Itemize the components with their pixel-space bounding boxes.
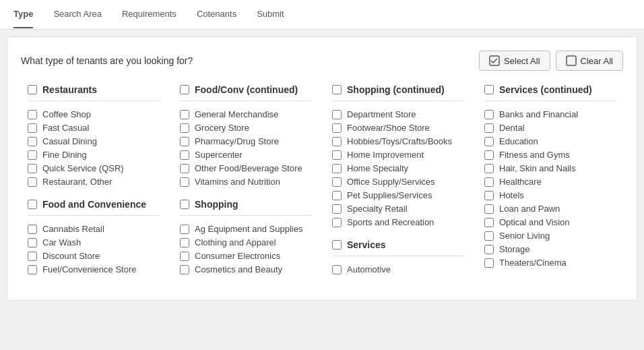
item-label-0-1-1: Car Wash (42, 237, 81, 247)
checkbox-1-0-0[interactable] (180, 110, 189, 119)
category-section-1-1: ShoppingAg Equipment and SuppliesClothin… (180, 199, 312, 274)
category-header-checkbox-2-1[interactable] (332, 240, 342, 250)
item-label-3-0-5: Healthcare (499, 177, 542, 187)
checkbox-2-0-7[interactable] (332, 204, 342, 214)
category-section-1-0: Food/Conv (continued)General Merchandise… (180, 84, 312, 187)
tab-requirements[interactable]: Requirements (122, 1, 176, 28)
list-item: Vitamins and Nutrition (180, 177, 312, 187)
svg-rect-1 (567, 56, 576, 65)
list-item: Dental (484, 123, 616, 133)
checkbox-3-0-9[interactable] (484, 231, 494, 241)
tab-type[interactable]: Type (13, 1, 33, 28)
item-label-2-0-3: Home Improvement (347, 150, 424, 160)
item-label-3-0-1: Dental (499, 123, 525, 133)
list-item: Cannabis Retail (28, 224, 160, 234)
item-label-1-0-3: Supercenter (195, 150, 243, 160)
item-label-1-0-1: Grocery Store (195, 123, 249, 133)
clear-all-button[interactable]: Clear All (556, 51, 623, 71)
checkbox-1-0-5[interactable] (180, 177, 189, 187)
section-divider-2-1 (332, 256, 464, 256)
category-header-checkbox-1-0[interactable] (180, 85, 189, 94)
tab-cotenants[interactable]: Cotenants (197, 1, 236, 28)
checkbox-2-0-2[interactable] (332, 137, 342, 146)
category-header-checkbox-3-0[interactable] (484, 85, 494, 94)
main-content: What type of tenants are you looking for… (7, 36, 637, 301)
checkbox-0-0-5[interactable] (28, 177, 37, 187)
checkbox-0-0-2[interactable] (28, 137, 37, 146)
section-divider-2-0 (332, 100, 464, 101)
checkbox-0-1-1[interactable] (28, 238, 37, 247)
list-item: Home Improvement (332, 150, 464, 160)
list-item: Office Supply/Services (332, 177, 464, 187)
checkbox-0-1-2[interactable] (28, 252, 37, 261)
list-item: Hotels (484, 190, 616, 200)
item-label-2-0-5: Office Supply/Services (347, 177, 435, 187)
checkbox-3-0-10[interactable] (484, 245, 494, 254)
item-label-0-1-3: Fuel/Convenience Store (42, 264, 136, 274)
category-title-2-0: Shopping (continued) (347, 84, 445, 95)
item-label-3-0-7: Loan and Pawn (499, 204, 560, 214)
checkbox-1-1-0[interactable] (180, 225, 189, 234)
checkbox-1-0-4[interactable] (180, 164, 189, 173)
checkbox-2-0-5[interactable] (332, 177, 342, 187)
checkbox-0-0-4[interactable] (28, 164, 37, 173)
item-label-1-0-2: Pharmacy/Drug Store (195, 136, 279, 146)
checkbox-3-0-7[interactable] (484, 204, 494, 214)
item-label-2-0-1: Footwear/Shoe Store (347, 123, 430, 133)
category-items-2-0: Department StoreFootwear/Shoe StoreHobbi… (332, 109, 464, 227)
list-item: Sports and Recreation (332, 217, 464, 227)
checkbox-3-0-6[interactable] (484, 191, 494, 200)
category-header-checkbox-2-0[interactable] (332, 85, 342, 94)
list-item: Specialty Retail (332, 204, 464, 214)
checkbox-0-1-3[interactable] (28, 265, 37, 274)
checkbox-2-0-3[interactable] (332, 150, 342, 160)
checkbox-0-0-1[interactable] (28, 123, 37, 133)
checkbox-0-0-0[interactable] (28, 110, 37, 119)
tab-search-area[interactable]: Search Area (53, 1, 102, 28)
list-item: Fuel/Convenience Store (28, 264, 160, 274)
section-divider-1-0 (180, 100, 312, 101)
checkbox-1-1-1[interactable] (180, 238, 189, 247)
list-item: Storage (484, 244, 616, 254)
checkbox-3-0-11[interactable] (484, 258, 494, 268)
checkbox-0-1-0[interactable] (28, 225, 37, 234)
item-label-2-0-0: Department Store (347, 109, 416, 119)
category-header-checkbox-0-1[interactable] (28, 200, 37, 209)
checkbox-1-0-3[interactable] (180, 150, 189, 160)
checkbox-2-0-4[interactable] (332, 164, 342, 173)
checkbox-3-0-1[interactable] (484, 123, 494, 133)
category-header-1-0: Food/Conv (continued) (180, 84, 312, 95)
checkbox-1-1-2[interactable] (180, 252, 189, 261)
checkbox-2-0-6[interactable] (332, 191, 342, 200)
list-item: Car Wash (28, 237, 160, 247)
checkbox-3-0-4[interactable] (484, 164, 494, 173)
category-header-0-0: Restaurants (28, 84, 160, 95)
category-items-3-0: Banks and FinancialDentalEducationFitnes… (484, 109, 616, 268)
select-all-button[interactable]: Select All (479, 51, 550, 71)
category-header-checkbox-1-1[interactable] (180, 200, 189, 209)
checkbox-3-0-8[interactable] (484, 218, 494, 227)
checkbox-2-0-8[interactable] (332, 218, 342, 227)
item-label-3-0-8: Optical and Vision (499, 217, 570, 227)
checkbox-2-1-0[interactable] (332, 265, 342, 274)
list-item: Optical and Vision (484, 217, 616, 227)
checkbox-3-0-2[interactable] (484, 137, 494, 146)
category-header-2-1: Services (332, 239, 464, 250)
tab-submit[interactable]: Submit (257, 1, 284, 28)
checkbox-2-0-1[interactable] (332, 123, 342, 133)
checkbox-3-0-5[interactable] (484, 177, 494, 187)
checkbox-2-0-0[interactable] (332, 110, 342, 119)
checkbox-3-0-3[interactable] (484, 150, 494, 160)
page-wrapper: Type Search Area Requirements Cotenants … (0, 0, 644, 350)
checkbox-1-1-3[interactable] (180, 265, 189, 274)
category-section-2-1: ServicesAutomotive (332, 239, 464, 274)
item-label-3-0-6: Hotels (499, 190, 524, 200)
checkbox-1-0-1[interactable] (180, 123, 189, 133)
page-title: What type of tenants are you looking for… (21, 55, 193, 66)
category-header-checkbox-0-0[interactable] (28, 85, 37, 94)
list-item: Pet Supplies/Services (332, 190, 464, 200)
checkbox-0-0-3[interactable] (28, 150, 37, 160)
checkbox-3-0-0[interactable] (484, 110, 494, 119)
category-title-2-1: Services (347, 239, 386, 250)
checkbox-1-0-2[interactable] (180, 137, 189, 146)
